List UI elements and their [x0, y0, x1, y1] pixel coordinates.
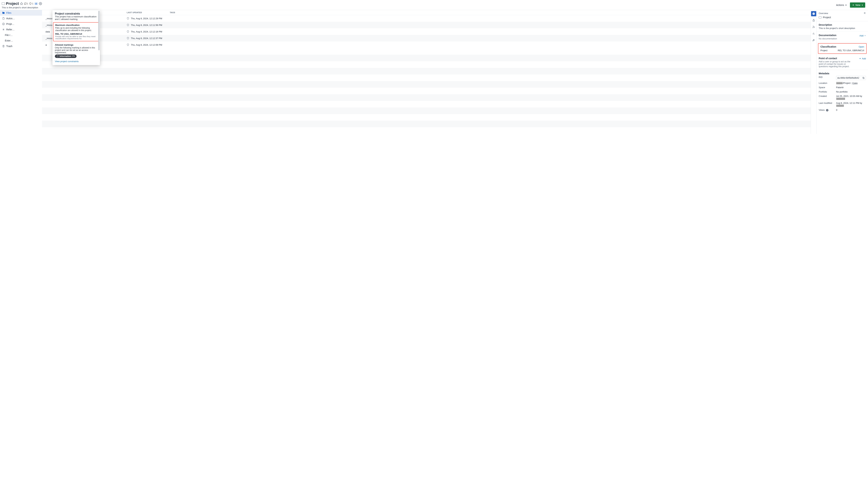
project-icon [2, 2, 5, 5]
shield-count-pill[interactable]: 1 [29, 2, 33, 5]
documentation-add-link[interactable]: Add [860, 34, 866, 37]
file-name: a [45, 43, 47, 46]
sidebar-item-autos[interactable]: Autos… [0, 15, 42, 21]
lock-pill[interactable] [34, 2, 38, 5]
column-header-updated[interactable]: LAST UPDATED [127, 11, 170, 13]
svg-point-3 [2, 23, 4, 25]
sidebar-item-label: Trash [6, 45, 12, 47]
overview-label: Overview [819, 12, 828, 14]
close-icon[interactable] [864, 12, 866, 15]
rid-box[interactable]: da-886d-6bf5b8fa9b42 [836, 76, 866, 80]
checkbadge-icon [2, 23, 5, 25]
svg-text:i: i [813, 13, 814, 14]
classification-scope: Project [820, 49, 827, 52]
location-tail: /Project [843, 82, 850, 84]
rail-rss-button[interactable] [811, 24, 816, 30]
new-label: New [856, 4, 860, 6]
actions-dropdown[interactable]: Actions ▼ [835, 3, 848, 7]
shield-icon [127, 24, 129, 26]
file-updated: Thu, Aug 8, 2024, 12:11:56 PM [131, 24, 162, 26]
classification-open-link[interactable]: Open [859, 45, 864, 48]
created-label: Created [819, 95, 836, 100]
max-classification-hint: People will only be able to see files th… [55, 35, 97, 39]
info-icon[interactable]: i [826, 109, 829, 112]
table-row[interactable]: _resourceThu, Aug 8, 2024, 12:12:29 PM [42, 15, 811, 22]
copy-icon[interactable] [862, 77, 865, 79]
sidebar-item-trash[interactable]: Trash [0, 43, 42, 49]
actions-label: Actions [836, 4, 844, 6]
table-row[interactable]: _resource.jpgThu, Aug 8, 2024, 12:11:56 … [42, 22, 811, 28]
add-label: Add [862, 57, 866, 60]
views-value: 0 [836, 109, 866, 112]
map-count-pill[interactable]: 1 [24, 2, 28, 5]
empty-row [42, 81, 811, 88]
location-copy-link[interactable]: Copy [852, 82, 858, 84]
max-classification-value: REL TO USA, GBR//MCUI [55, 33, 97, 35]
svg-rect-1 [35, 4, 37, 4]
star-icon[interactable] [20, 2, 23, 5]
classification-value: REL TO USA, GBR//MCUI [838, 49, 864, 52]
sidebar-item-proje[interactable]: Proje… [0, 21, 42, 27]
description-text: This is the project's short description [819, 27, 866, 30]
documentation-none: No documentation [819, 37, 866, 40]
table-row[interactable]: aThu, Aug 8, 2024, 12:12:09 PM [42, 41, 811, 48]
add-label: Add [860, 34, 864, 37]
empty-row [42, 101, 811, 107]
sidebar-item-files[interactable]: Files [0, 10, 42, 15]
details-panel: Overview Project Description This is the… [817, 10, 868, 134]
portfolio-value: No portfolio [836, 90, 866, 93]
created-by-redacted: ▮▮▮▮▮▮▮ [836, 97, 845, 100]
sidebar-item-label: Refer… [6, 28, 14, 31]
popover-description: This project has a maximum classificatio… [55, 15, 98, 21]
empty-row [42, 61, 811, 68]
view-constraints-link[interactable]: View project constraints [55, 60, 79, 63]
new-button[interactable]: ＋ New ▼ [850, 2, 865, 8]
marking-pill[interactable]: Information: PII [55, 55, 76, 58]
popover-scrollbar[interactable] [98, 11, 100, 61]
shield-icon [127, 30, 129, 33]
shield-icon [127, 37, 129, 39]
created-value: Jul 25, 2023, 10:03 AM by [836, 95, 862, 97]
file-updated: Thu, Aug 8, 2024, 12:12:37 PM [131, 37, 162, 39]
gear-icon[interactable] [39, 2, 42, 5]
portfolio-label: Portfolio [819, 90, 836, 93]
sidebar-item-label: Exter… [5, 39, 13, 42]
rail-info-button[interactable]: i [811, 11, 816, 16]
popover-title: Project constraints [55, 12, 98, 15]
rail-wrench-button[interactable] [811, 37, 816, 43]
sidebar-item-exter[interactable]: Exter… [0, 38, 42, 43]
table-row[interactable]: _resourceThu, Aug 8, 2024, 12:12:37 PM [42, 35, 811, 41]
svg-point-2 [40, 3, 41, 4]
max-classification-section: Maximum classification Files up to and i… [53, 22, 99, 41]
rid-label: RID [819, 76, 836, 80]
marking-value: PII [72, 55, 75, 58]
empty-row [42, 121, 811, 127]
rail-chart-button[interactable] [811, 31, 816, 36]
project-constraints-popover: Project constraints This project has a m… [53, 10, 100, 65]
file-name: data [45, 30, 50, 33]
sidebar: Files Autos… Proje… Refer… File r… Exter… [0, 10, 42, 134]
sidebar-item-refer[interactable]: Refer… [0, 27, 42, 32]
max-classification-note: Files up to and including the following … [55, 27, 97, 32]
space-label: Space [819, 86, 836, 89]
poc-add-link[interactable]: ＋ Add [859, 57, 866, 60]
file-updated: Thu, Aug 8, 2024, 12:12:29 PM [131, 17, 162, 20]
map-count: 1 [27, 2, 28, 5]
sidebar-item-label: Files [6, 11, 11, 14]
empty-row [42, 127, 811, 134]
project-icon [819, 16, 822, 19]
sidebar-item-file-r[interactable]: File r… [0, 32, 42, 38]
svg-marker-0 [20, 2, 23, 5]
file-list: LAST UPDATED TAGS _resourceThu, Aug 8, 2… [42, 10, 811, 134]
document-icon [2, 17, 5, 20]
classification-section: Classification Open Project REL TO USA, … [818, 43, 867, 54]
description-title: Description [819, 24, 866, 26]
views-label: Views i [819, 109, 836, 112]
rail-lock-button[interactable] [811, 18, 816, 23]
modified-label: Last modified [819, 102, 836, 107]
poc-title: Point of contact [819, 57, 859, 60]
table-row[interactable]: dataThu, Aug 8, 2024, 12:12:18 PM [42, 28, 811, 35]
documentation-title: Documentation [819, 34, 836, 37]
column-header-tags[interactable]: TAGS [170, 11, 811, 13]
file-updated: Thu, Aug 8, 2024, 12:12:18 PM [131, 30, 162, 33]
